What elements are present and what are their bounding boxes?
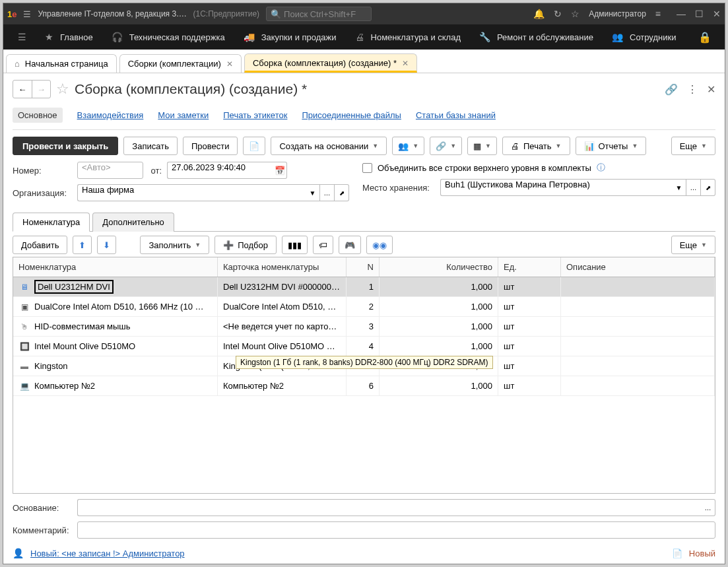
section-support[interactable]: 🎧Техническая поддержка — [102, 24, 234, 50]
global-search-input[interactable]: 🔍 Поиск Ctrl+Shift+F — [266, 7, 372, 21]
date-input[interactable]: 27.06.2023 9:40:40 — [167, 162, 273, 179]
tag-icon: 🏷 — [319, 240, 327, 250]
combine-checkbox[interactable] — [362, 163, 372, 173]
ellipsis-button[interactable]: … — [686, 179, 701, 196]
calendar-button[interactable]: 📅 — [273, 162, 287, 179]
organization-input[interactable]: Наша фирма — [77, 184, 306, 201]
history-icon[interactable]: ↻ — [554, 9, 562, 19]
home-icon: ⌂ — [15, 59, 20, 69]
settings-lines-icon[interactable]: ≡ — [655, 9, 661, 19]
table-body[interactable]: 🖥Dell U2312HM DVIDell U2312HM DVI #00000… — [13, 277, 715, 493]
reports-button[interactable]: 📊Отчеты▼ — [576, 137, 647, 155]
post-button[interactable]: Провести — [183, 137, 238, 155]
ellipsis-button[interactable]: … — [320, 184, 335, 201]
col-card[interactable]: Карточка номенклатуры — [218, 257, 347, 277]
cmd-notes[interactable]: Мои заметки — [158, 110, 209, 120]
col-n[interactable]: N — [347, 257, 380, 277]
minimize-icon[interactable]: — — [677, 9, 686, 19]
cmd-interactions[interactable]: Взаимодействия — [77, 110, 144, 120]
dropdown-button[interactable]: ▼ — [672, 179, 686, 196]
close-form-icon[interactable]: ✕ — [707, 83, 715, 96]
close-tab-icon[interactable]: ✕ — [226, 59, 233, 69]
nav-back-button[interactable]: ← — [13, 81, 32, 98]
bell-icon[interactable]: 🔔 — [533, 9, 545, 19]
users-button[interactable]: 👥▼ — [392, 137, 424, 155]
open-ref-button[interactable]: ⬈ — [335, 184, 349, 201]
section-hamburger[interactable]: ☰ — [9, 24, 36, 50]
inner-tabs: Номенклатура Дополнительно — [13, 212, 715, 232]
table-more-button[interactable]: Еще▼ — [671, 236, 715, 254]
col-desc[interactable]: Описание — [561, 257, 715, 277]
current-user[interactable]: Администратор — [589, 9, 646, 18]
table-row[interactable]: 🖥Dell U2312HM DVIDell U2312HM DVI #00000… — [13, 277, 715, 297]
number-input[interactable]: <Авто> — [77, 162, 143, 179]
link-icon[interactable]: 🔗 — [665, 83, 678, 96]
app-logo: 1e — [7, 9, 17, 19]
move-up-button[interactable]: ⬆ — [73, 236, 92, 254]
col-unit[interactable]: Ед. — [498, 257, 561, 277]
tab-home[interactable]: ⌂ Начальная страница — [6, 54, 117, 73]
board-icon: 🔲 — [18, 342, 30, 351]
comment-label: Комментарий: — [13, 525, 72, 535]
cell-n: 2 — [347, 297, 380, 316]
section-repair[interactable]: 🔧Ремонт и обслуживание — [470, 24, 603, 50]
nav-forward-button[interactable]: → — [32, 81, 50, 98]
main-menu-icon[interactable]: ☰ — [23, 9, 31, 19]
favorite-star-icon[interactable]: ☆ — [56, 81, 69, 98]
cell-nomenclature: HID-совместимая мышь — [34, 321, 131, 331]
cmd-labels[interactable]: Печать этикеток — [223, 110, 287, 120]
open-ref-button[interactable]: ⬈ — [701, 179, 715, 196]
layout-button[interactable]: ▦▼ — [467, 137, 497, 155]
document-flow-button[interactable]: 📄 — [243, 137, 265, 155]
table-row[interactable]: 💻Компьютер №2Компьютер №261,000шт — [13, 376, 715, 396]
tab-additional[interactable]: Дополнительно — [92, 213, 174, 232]
location-input[interactable]: Buh1 (Шустикова Марина Петровна) — [440, 179, 672, 196]
more-vertical-icon[interactable]: ⋮ — [687, 83, 698, 96]
section-employees[interactable]: 👥Сотрудники — [603, 24, 685, 50]
section-nomenclature[interactable]: 🖨Номенклатура и склад — [346, 24, 470, 50]
gamepad-button[interactable]: 🎮 — [339, 236, 361, 254]
cmd-kb[interactable]: Статьи базы знаний — [416, 110, 496, 120]
favorite-icon[interactable]: ☆ — [571, 9, 579, 19]
close-tab-icon[interactable]: ✕ — [402, 59, 409, 68]
pick-button[interactable]: ➕Подбор — [215, 236, 277, 254]
info-icon[interactable]: ⓘ — [597, 162, 605, 174]
create-based-on-button[interactable]: Создать на основании▼ — [271, 137, 387, 155]
table-row[interactable]: 🔲Intel Mount Olive D510MOIntel Mount Oli… — [13, 337, 715, 356]
fill-button[interactable]: Заполнить▼ — [140, 236, 209, 254]
col-nomenclature[interactable]: Номенклатура — [13, 257, 218, 277]
more-button[interactable]: Еще▼ — [671, 137, 715, 155]
write-button[interactable]: Записать — [123, 137, 178, 155]
ellipsis-button[interactable]: … — [701, 499, 715, 516]
section-lock-icon[interactable]: 🔒 — [690, 31, 719, 44]
section-purchases[interactable]: 🚚Закупки и продажи — [234, 24, 346, 50]
maximize-icon[interactable]: ☐ — [695, 9, 704, 19]
comment-input[interactable] — [77, 521, 715, 539]
relations-button[interactable]: 🔗▼ — [430, 137, 462, 155]
barcode-button[interactable]: ▮▮▮ — [282, 236, 308, 254]
col-qty[interactable]: Количество — [380, 257, 498, 277]
tab-assembly-create[interactable]: Сборка (комплектация) (создание) * ✕ — [244, 53, 417, 73]
table-row[interactable]: ▣DualCore Intel Atom D510, 1666 MHz (10 … — [13, 297, 715, 317]
post-and-close-button[interactable]: Провести и закрыть — [13, 137, 118, 155]
chart-icon: 📊 — [584, 141, 595, 151]
move-down-button[interactable]: ⬇ — [97, 236, 116, 254]
hierarchy-icon: ◉◉ — [372, 240, 387, 250]
status-link[interactable]: Новый: <не записан !> Администратор — [30, 549, 185, 558]
close-window-icon[interactable]: ✕ — [713, 9, 721, 19]
tag-button[interactable]: 🏷 — [313, 236, 333, 254]
cmd-files[interactable]: Присоединенные файлы — [302, 110, 401, 120]
location-label: Место хранения: — [362, 183, 435, 193]
monitor-icon: 🖥 — [18, 283, 30, 292]
hierarchy-button[interactable]: ◉◉ — [366, 236, 393, 254]
section-main[interactable]: ★Главное — [36, 24, 102, 50]
basis-input[interactable] — [77, 499, 701, 516]
print-button[interactable]: 🖨Печать▼ — [502, 137, 570, 155]
table-row[interactable]: 🖱HID-совместимая мышь<Не ведется учет по… — [13, 317, 715, 337]
cell-desc — [561, 337, 715, 356]
tab-assemblies-list[interactable]: Сборки (комплектации) ✕ — [119, 54, 242, 73]
dropdown-button[interactable]: ▼ — [306, 184, 320, 201]
cmd-main[interactable]: Основное — [13, 108, 63, 123]
add-row-button[interactable]: Добавить — [13, 236, 67, 254]
tab-nomenclature[interactable]: Номенклатура — [13, 213, 90, 232]
